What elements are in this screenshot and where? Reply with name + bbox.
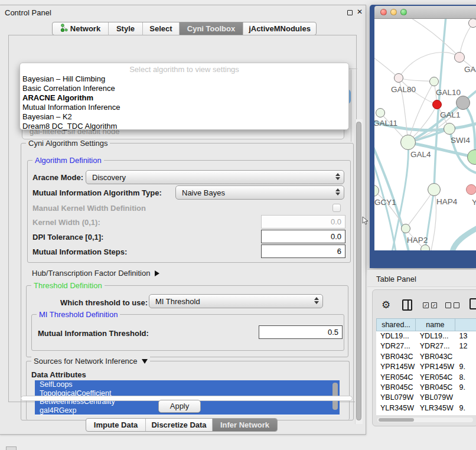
bottom-tabbar: Impute Data Discretize Data Infer Networ… bbox=[86, 418, 278, 432]
hub-definition-toggle[interactable]: Hub/Transcription Factor Definition bbox=[32, 269, 159, 278]
network-node-gal80[interactable] bbox=[394, 73, 403, 83]
network-node-gal10[interactable] bbox=[429, 77, 439, 86]
table-cell: YBL079W bbox=[416, 393, 455, 403]
network-canvas[interactable]: GALGAL80GAL10GAL1SWI4GAL11GAL4GCY1HAP4YH… bbox=[374, 19, 476, 250]
table-row[interactable]: YIL052CYIL052C9 bbox=[376, 413, 476, 415]
dpi-tolerance-field[interactable]: 0.0 bbox=[261, 230, 345, 243]
network-node[interactable] bbox=[420, 244, 430, 250]
table-cell: YDL19... bbox=[416, 331, 455, 341]
combo-spinner-icon bbox=[314, 297, 319, 304]
aracne-mode-select[interactable]: Discovery bbox=[86, 170, 344, 184]
sources-title[interactable]: Sources for Network Inference bbox=[31, 357, 150, 366]
network-node-gal4[interactable] bbox=[400, 135, 416, 150]
network-node[interactable] bbox=[468, 19, 476, 28]
table-cell: 12 bbox=[455, 341, 476, 351]
kernel-width-field[interactable]: 0.0 bbox=[261, 215, 345, 229]
node-label: GAL11 bbox=[374, 119, 397, 128]
column-header-shared-name[interactable]: shared... bbox=[376, 318, 416, 331]
table-body: YDL19...YDL19...13YDR27...YDR27...12YBR0… bbox=[376, 331, 476, 415]
column-header-name[interactable]: name bbox=[416, 318, 455, 331]
table-row[interactable]: YBR045CYBR045C9. bbox=[376, 383, 476, 393]
tab-network-label: Network bbox=[70, 24, 100, 33]
tab-discretize-data[interactable]: Discretize Data bbox=[145, 419, 212, 431]
mi-type-label: Mutual Information Algorithm Type: bbox=[32, 188, 162, 197]
algorithm-option[interactable]: ARACNE Algorithm bbox=[22, 93, 348, 103]
float-window-icon[interactable] bbox=[347, 10, 353, 15]
mi-steps-label: Mutual Information Steps: bbox=[32, 247, 127, 256]
column-header-clipped[interactable] bbox=[455, 318, 476, 331]
network-node-gcy1[interactable] bbox=[374, 185, 379, 197]
network-node-gal[interactable] bbox=[454, 52, 465, 63]
table-cell: YER054C bbox=[416, 373, 455, 383]
network-node-gal11[interactable] bbox=[376, 108, 385, 118]
table-cell: 9. bbox=[455, 403, 476, 413]
gear-icon[interactable]: ⚙ bbox=[382, 299, 390, 311]
settings-vertical-scrollbar-thumb[interactable] bbox=[356, 122, 361, 420]
table-horizontal-scrollbar[interactable] bbox=[377, 418, 473, 422]
table-row[interactable]: YDR27...YDR27...12 bbox=[376, 341, 476, 351]
table-cell: YLR345W bbox=[376, 403, 416, 413]
deselect-all-icon[interactable] bbox=[445, 302, 459, 308]
data-attribute-item[interactable]: SelfLoops bbox=[35, 380, 340, 389]
table-cell: YDR27... bbox=[376, 341, 416, 351]
node-label: GAL bbox=[464, 65, 476, 74]
tab-jactivemnodules[interactable]: jActiveMNodules bbox=[243, 22, 316, 35]
combo-spinner-icon bbox=[335, 173, 340, 180]
mi-threshold-field[interactable]: 0.5 bbox=[259, 325, 343, 339]
table-row[interactable]: YBL079WYBL079W bbox=[376, 393, 476, 403]
network-node[interactable] bbox=[456, 96, 470, 110]
control-panel: Control Panel ✕ Network Style bbox=[0, 5, 366, 435]
network-node-gal1[interactable] bbox=[432, 100, 442, 109]
table-row[interactable]: YLR345WYLR345W9. bbox=[376, 403, 476, 413]
algorithm-option[interactable]: Bayesian – Hill Climbing bbox=[22, 74, 348, 84]
node-table: shared... name YDL19...YDL19...13YDR27..… bbox=[376, 318, 476, 415]
partial-widget bbox=[6, 446, 17, 450]
manual-kernel-checkbox[interactable] bbox=[332, 204, 341, 212]
zoom-traffic-light-icon[interactable] bbox=[400, 9, 407, 15]
tab-cyni-toolbox[interactable]: Cyni Toolbox bbox=[179, 22, 243, 35]
table-cell: 9 bbox=[455, 413, 476, 415]
algorithm-option[interactable]: Bayesian – K2 bbox=[22, 112, 348, 122]
table-cell bbox=[455, 352, 476, 362]
tab-impute-data[interactable]: Impute Data bbox=[86, 419, 145, 431]
table-cell: 9. bbox=[455, 362, 476, 372]
close-traffic-light-icon[interactable] bbox=[380, 9, 387, 15]
network-node-y[interactable] bbox=[466, 184, 476, 195]
table-cell: YLR345W bbox=[416, 403, 455, 413]
table-cell: YIL052C bbox=[376, 413, 416, 415]
table-row[interactable]: YBR043CYBR043C bbox=[376, 352, 476, 362]
tab-style[interactable]: Style bbox=[108, 22, 142, 35]
minimize-traffic-light-icon[interactable] bbox=[390, 9, 397, 15]
tab-network[interactable]: Network bbox=[53, 22, 108, 35]
algorithm-option[interactable]: Dream8 DC_TDC Algorithm bbox=[22, 122, 348, 131]
close-icon[interactable]: ✕ bbox=[357, 8, 363, 16]
columns-icon[interactable] bbox=[402, 299, 412, 311]
table-cell: YPR145W bbox=[416, 362, 455, 372]
mi-algorithm-type-select[interactable]: Naive Bayes bbox=[175, 185, 344, 200]
network-node-hap4[interactable] bbox=[428, 183, 441, 196]
table-row[interactable]: YPR145WYPR145W9. bbox=[376, 362, 476, 372]
algorithm-option[interactable]: Basic Correlation Inference bbox=[22, 84, 348, 93]
table-horizontal-scrollbar-thumb[interactable] bbox=[379, 418, 414, 422]
table-row[interactable]: YDL19...YDL19...13 bbox=[376, 331, 476, 341]
node-label: HAP4 bbox=[436, 197, 457, 206]
network-node[interactable] bbox=[467, 149, 476, 165]
apply-button[interactable]: Apply bbox=[158, 400, 201, 413]
algorithm-definition-title: Algorithm Definition bbox=[32, 156, 104, 165]
node-label: GCY1 bbox=[374, 198, 396, 207]
tab-select[interactable]: Select bbox=[142, 22, 179, 35]
popup-hint: Select algorithm to view settings bbox=[20, 65, 348, 74]
file-icon[interactable] bbox=[470, 298, 476, 309]
network-window-titlebar[interactable] bbox=[374, 6, 476, 19]
mi-steps-field[interactable]: 6 bbox=[261, 244, 345, 258]
tab-infer-network[interactable]: Infer Network bbox=[212, 419, 277, 431]
which-threshold-select[interactable]: MI Threshold bbox=[149, 294, 323, 308]
control-panel-tabbar: Network Style Select Cyni Toolbox jActiv… bbox=[52, 22, 317, 35]
table-row[interactable]: YER054CYER054C8. bbox=[376, 373, 476, 383]
groupbox-edge bbox=[351, 70, 351, 142]
network-node-swi4[interactable] bbox=[444, 123, 455, 135]
manual-kernel-label: Manual Kernel Width Definition bbox=[32, 204, 146, 213]
select-all-icon[interactable]: ✓✓ bbox=[423, 302, 437, 308]
network-node-hap2[interactable] bbox=[401, 224, 410, 233]
algorithm-option[interactable]: Mutual Information Inference bbox=[22, 103, 348, 112]
